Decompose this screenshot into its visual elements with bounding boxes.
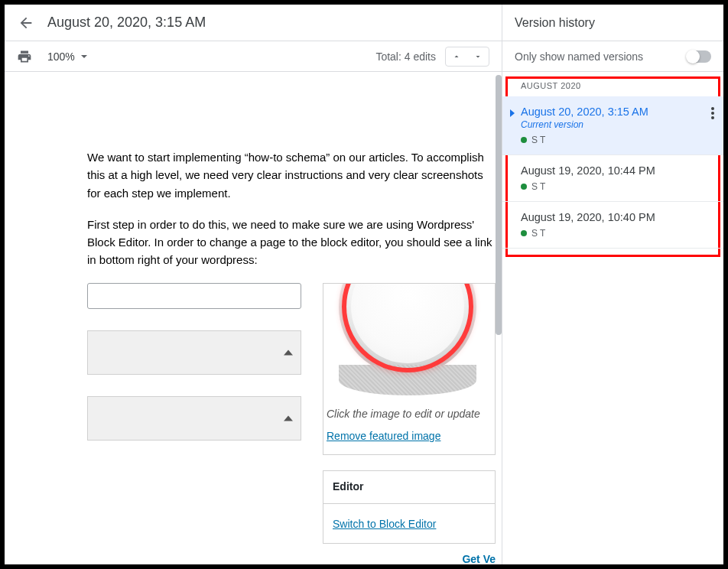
toolbar: 100% Total: 4 edits Only show named vers… — [5, 41, 723, 72]
author-name: S T — [531, 228, 545, 239]
next-edit-button[interactable] — [467, 47, 489, 66]
panel-title: Version history — [502, 5, 723, 41]
author-color-dot — [521, 230, 527, 236]
more-icon[interactable] — [711, 107, 714, 119]
version-title: August 19, 2020, 10:44 PM — [521, 164, 711, 177]
version-history-sidebar: AUGUST 2020 August 20, 2020, 3:15 AM Cur… — [502, 72, 723, 564]
top-header: August 20, 2020, 3:15 AM Version history — [5, 5, 723, 41]
named-versions-label: Only show named versions — [515, 50, 643, 63]
author-color-dot — [521, 137, 527, 143]
editor-metabox: Editor Switch to Block Editor — [323, 470, 496, 544]
doc-paragraph: We want to start implementing “how-to sc… — [87, 148, 496, 202]
doc-paragraph: First step in order to do this, we need … — [87, 216, 496, 269]
wp-collapsed-panel[interactable] — [87, 396, 301, 441]
edit-nav-arrows — [445, 47, 489, 67]
back-arrow-icon[interactable] — [17, 14, 35, 32]
image-caption: Click the image to edit or update — [323, 398, 495, 429]
version-item[interactable]: August 19, 2020, 10:44 PM S T — [502, 155, 723, 202]
month-header: AUGUST 2020 — [502, 72, 723, 96]
version-title: August 19, 2020, 10:40 PM — [521, 211, 711, 223]
zoom-dropdown[interactable]: 100% — [47, 50, 87, 63]
document-area: We want to start implementing “how-to sc… — [5, 72, 502, 564]
author-name: S T — [531, 135, 545, 145]
author-name: S T — [531, 181, 545, 192]
get-version-link[interactable]: Get Ve — [323, 544, 496, 564]
editor-heading: Editor — [323, 471, 495, 504]
caret-down-icon — [81, 55, 87, 58]
prev-edit-button[interactable] — [446, 47, 467, 66]
zoom-value: 100% — [47, 50, 75, 63]
featured-image-box: Click the image to edit or update Remove… — [323, 283, 496, 455]
named-versions-toggle[interactable] — [687, 50, 711, 63]
wp-collapsed-panel[interactable] — [87, 330, 301, 375]
version-item[interactable]: August 19, 2020, 10:40 PM S T — [502, 202, 723, 249]
version-item-current[interactable]: August 20, 2020, 3:15 AM Current version… — [502, 96, 723, 155]
print-icon[interactable] — [17, 49, 32, 64]
wp-text-input[interactable] — [87, 283, 301, 309]
total-edits-label: Total: 4 edits — [375, 50, 436, 63]
scrollbar[interactable] — [496, 75, 502, 335]
featured-image[interactable] — [323, 284, 495, 398]
switch-block-editor-link[interactable]: Switch to Block Editor — [333, 518, 436, 530]
version-title: August 20, 2020, 3:15 AM — [521, 106, 711, 118]
remove-featured-image-link[interactable]: Remove featured image — [323, 428, 495, 445]
version-subtitle: Current version — [521, 119, 711, 130]
page-title: August 20, 2020, 3:15 AM — [47, 15, 206, 31]
author-color-dot — [521, 184, 527, 190]
